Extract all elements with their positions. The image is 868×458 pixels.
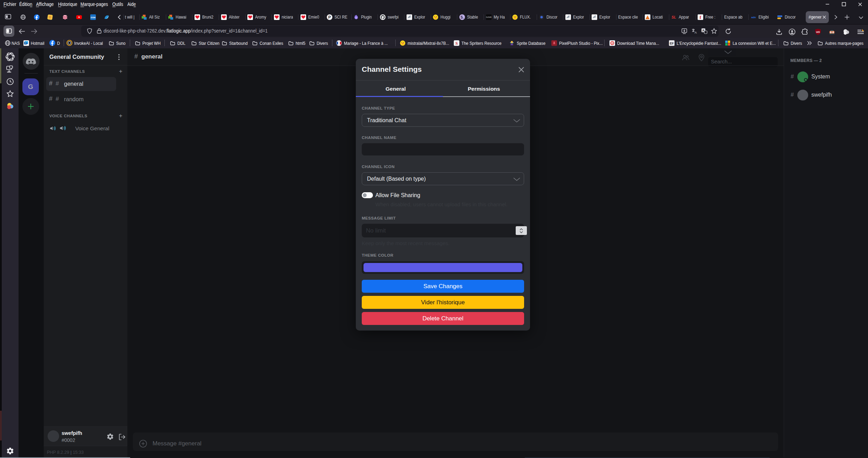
svg-text:P: P xyxy=(328,15,331,19)
svg-text:A: A xyxy=(694,31,697,34)
svg-text:S.: S. xyxy=(460,15,464,19)
svg-text:CLOUD: CLOUD xyxy=(486,16,492,18)
svg-text:DSM: DSM xyxy=(91,16,95,19)
svg-text:SL: SL xyxy=(672,15,676,19)
svg-text:adn: adn xyxy=(751,16,756,19)
svg-text:S: S xyxy=(456,41,458,46)
svg-text:UO: UO xyxy=(816,30,820,34)
svg-text:f: f xyxy=(700,15,701,20)
svg-text:EF: EF xyxy=(670,42,674,45)
